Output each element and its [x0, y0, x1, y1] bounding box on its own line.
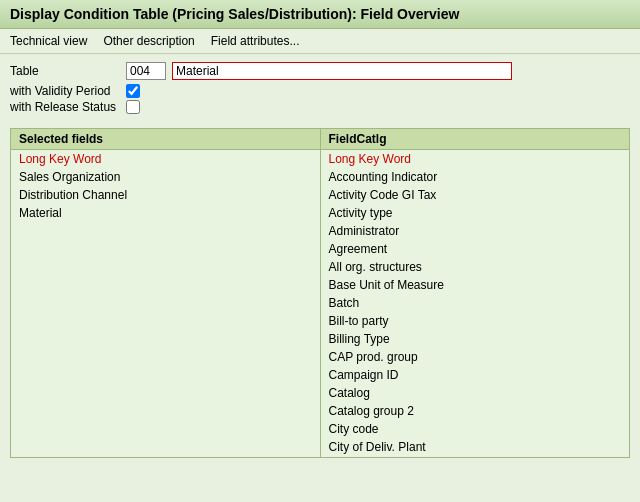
list-item[interactable]: Distribution Channel: [11, 186, 320, 204]
table-value: 004: [126, 62, 166, 80]
list-item[interactable]: All org. structures: [321, 258, 630, 276]
list-item[interactable]: Agreement: [321, 240, 630, 258]
table-label: Table: [10, 64, 120, 78]
list-item[interactable]: City code: [321, 420, 630, 438]
release-checkbox[interactable]: [126, 100, 140, 114]
list-item[interactable]: Administrator: [321, 222, 630, 240]
validity-checkbox[interactable]: [126, 84, 140, 98]
page-title: Display Condition Table (Pricing Sales/D…: [10, 6, 459, 22]
left-column-body: Long Key WordSales OrganizationDistribut…: [11, 150, 320, 457]
list-item[interactable]: Bill-to party: [321, 312, 630, 330]
list-item[interactable]: Catalog group 2: [321, 402, 630, 420]
menu-other-description[interactable]: Other description: [103, 32, 194, 50]
list-item[interactable]: Activity Code GI Tax: [321, 186, 630, 204]
list-item[interactable]: Material: [11, 204, 320, 222]
list-item[interactable]: Catalog: [321, 384, 630, 402]
list-item[interactable]: Commission Group: [321, 456, 630, 457]
list-item[interactable]: Long Key Word: [321, 150, 630, 168]
table-section: Selected fields Long Key WordSales Organ…: [10, 128, 630, 458]
menu-technical-view[interactable]: Technical view: [10, 32, 87, 50]
left-column-header: Selected fields: [11, 129, 320, 150]
release-label: with Release Status: [10, 100, 120, 114]
validity-label: with Validity Period: [10, 84, 120, 98]
menu-field-attributes[interactable]: Field attributes...: [211, 32, 300, 50]
form-area: Table 004 with Validity Period with Rele…: [0, 54, 640, 122]
release-row: with Release Status: [10, 100, 630, 114]
list-item[interactable]: Base Unit of Measure: [321, 276, 630, 294]
table-input[interactable]: [172, 62, 512, 80]
validity-row: with Validity Period: [10, 84, 630, 98]
right-column-body: Long Key WordAccounting IndicatorActivit…: [321, 150, 630, 457]
right-column: FieldCatlg Long Key WordAccounting Indic…: [321, 129, 630, 457]
list-item[interactable]: CAP prod. group: [321, 348, 630, 366]
list-item[interactable]: Activity type: [321, 204, 630, 222]
right-column-header: FieldCatlg: [321, 129, 630, 150]
list-item[interactable]: Campaign ID: [321, 366, 630, 384]
list-item[interactable]: Long Key Word: [11, 150, 320, 168]
table-row: Table 004: [10, 62, 630, 80]
title-bar: Display Condition Table (Pricing Sales/D…: [0, 0, 640, 29]
menu-bar: Technical view Other description Field a…: [0, 29, 640, 54]
list-item[interactable]: Sales Organization: [11, 168, 320, 186]
list-item[interactable]: Batch: [321, 294, 630, 312]
list-item[interactable]: City of Deliv. Plant: [321, 438, 630, 456]
left-column: Selected fields Long Key WordSales Organ…: [11, 129, 321, 457]
list-item[interactable]: Billing Type: [321, 330, 630, 348]
list-item[interactable]: Accounting Indicator: [321, 168, 630, 186]
